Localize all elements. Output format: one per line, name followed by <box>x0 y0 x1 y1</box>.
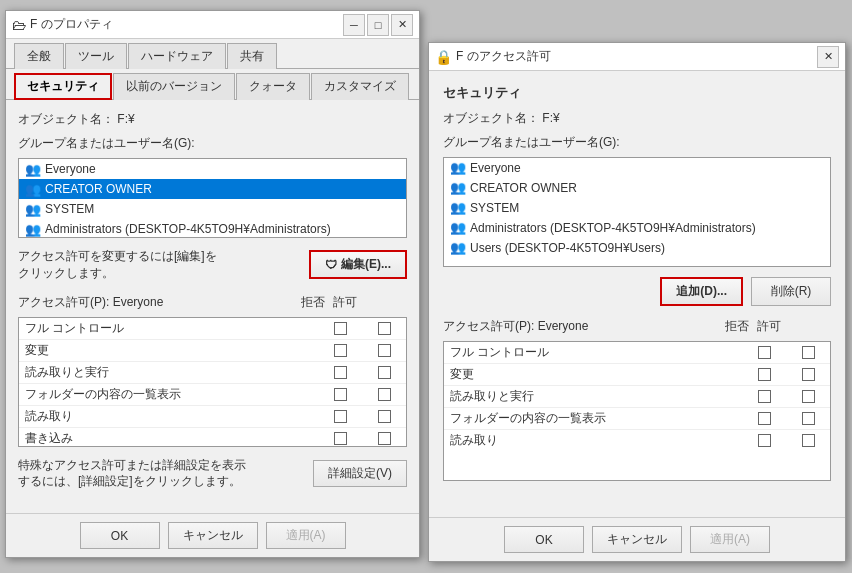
edit-button[interactable]: 🛡 編集(E)... <box>309 250 407 279</box>
access-perm-allow-header: 許可 <box>757 318 781 335</box>
access-checkbox-listfolder-allow[interactable] <box>758 412 771 425</box>
checkbox-modify-deny[interactable] <box>378 344 391 357</box>
access-perm-check-readexec-allow <box>742 390 786 403</box>
properties-bottom-buttons: OK キャンセル 適用(A) <box>6 513 419 557</box>
access-title-text: F のアクセス許可 <box>456 48 551 65</box>
user-icon-admins: 👥 <box>25 221 41 237</box>
access-perm-name-read: 読み取り <box>444 430 742 451</box>
list-item[interactable]: 👥 Administrators (DESKTOP-4K5TO9H¥Admini… <box>19 219 406 238</box>
tab-tools[interactable]: ツール <box>65 43 127 69</box>
access-perm-row-read: 読み取り <box>444 430 830 451</box>
access-user-listbox[interactable]: 👥 Everyone 👥 CREATOR OWNER 👥 SYSTEM 👥 Ad… <box>443 157 831 267</box>
user-icon-creator2: 👥 <box>450 180 466 196</box>
perm-check-readexec-deny <box>362 366 406 379</box>
add-button-label: 追加(D)... <box>676 283 727 300</box>
list-item[interactable]: 👥 Users (DESKTOP-4K5TO9H¥Users) <box>444 238 830 258</box>
tab-general[interactable]: 全般 <box>14 43 64 69</box>
access-content: セキュリティ オブジェクト名： F:¥ グループ名またはユーザー名(G): 👥 … <box>429 71 845 517</box>
perm-row-readexec: 読み取りと実行 <box>19 362 406 384</box>
checkbox-full-deny[interactable] <box>378 322 391 335</box>
user-name-creator: CREATOR OWNER <box>45 182 152 196</box>
apply-button[interactable]: 適用(A) <box>266 522 346 549</box>
perm-check-read-deny <box>362 410 406 423</box>
checkbox-read-allow[interactable] <box>334 410 347 423</box>
access-close-button[interactable]: ✕ <box>817 46 839 68</box>
access-ok-button[interactable]: OK <box>504 526 584 553</box>
list-item[interactable]: 👥 Administrators (DESKTOP-4K5TO9H¥Admini… <box>444 218 830 238</box>
user-listbox[interactable]: 👥 Everyone 👥 CREATOR OWNER 👥 SYSTEM 👥 Ad… <box>18 158 407 238</box>
access-perm-check-modify-deny <box>786 368 830 381</box>
maximize-button[interactable]: □ <box>367 14 389 36</box>
access-checkbox-readexec-deny[interactable] <box>802 390 815 403</box>
checkbox-modify-allow[interactable] <box>334 344 347 357</box>
access-checkbox-read-allow[interactable] <box>758 434 771 447</box>
checkbox-listfolder-allow[interactable] <box>334 388 347 401</box>
checkbox-readexec-allow[interactable] <box>334 366 347 379</box>
list-item[interactable]: 👥 Everyone <box>444 158 830 178</box>
access-checkbox-modify-deny[interactable] <box>802 368 815 381</box>
user-icon-system: 👥 <box>25 201 41 217</box>
tab-hardware[interactable]: ハードウェア <box>128 43 226 69</box>
access-perm-label: アクセス許可(P): Everyone 許可 拒否 <box>443 318 831 335</box>
access-perm-row-listfolder: フォルダーの内容の一覧表示 <box>444 408 830 430</box>
cancel-button[interactable]: キャンセル <box>168 522 258 549</box>
list-item[interactable]: 👥 CREATOR OWNER <box>444 178 830 198</box>
checkbox-readexec-deny[interactable] <box>378 366 391 379</box>
checkbox-read-deny[interactable] <box>378 410 391 423</box>
perm-row-modify: 変更 <box>19 340 406 362</box>
user-icon-creator: 👥 <box>25 181 41 197</box>
list-item[interactable]: 👥 CREATOR OWNER <box>19 179 406 199</box>
remove-button[interactable]: 削除(R) <box>751 277 831 306</box>
list-item[interactable]: 👥 SYSTEM <box>19 199 406 219</box>
access-apply-button[interactable]: 適用(A) <box>690 526 770 553</box>
detail-button[interactable]: 詳細設定(V) <box>313 460 407 487</box>
perm-check-readexec-allow <box>318 366 362 379</box>
perm-deny-header: 拒否 <box>301 294 325 311</box>
detail-row: 特殊なアクセス許可または詳細設定を表示するには、[詳細設定]をクリックします。 … <box>18 457 407 491</box>
access-checkbox-full-allow[interactable] <box>758 346 771 359</box>
access-permissions-table[interactable]: フル コントロール 変更 読み取りと実行 フォルダーの内容の一覧表示 読み取り <box>443 341 831 481</box>
perm-row-listfolder: フォルダーの内容の一覧表示 <box>19 384 406 406</box>
checkbox-write-deny[interactable] <box>378 432 391 445</box>
checkbox-listfolder-deny[interactable] <box>378 388 391 401</box>
access-bottom-buttons: OK キャンセル 適用(A) <box>429 517 845 561</box>
perm-name-write: 書き込み <box>19 428 318 447</box>
minimize-button[interactable]: ─ <box>343 14 365 36</box>
access-checkbox-read-deny[interactable] <box>802 434 815 447</box>
tab-sharing[interactable]: 共有 <box>227 43 277 69</box>
list-item[interactable]: 👥 Everyone <box>19 159 406 179</box>
permissions-table[interactable]: フル コントロール 変更 読み取りと実行 フォルダーの内容の一覧表示 読み取り <box>18 317 407 447</box>
perm-name-listfolder: フォルダーの内容の一覧表示 <box>19 384 318 405</box>
access-titlebar: 🔒 F のアクセス許可 ✕ <box>429 43 845 71</box>
access-perm-check-modify-allow <box>742 368 786 381</box>
ok-button[interactable]: OK <box>80 522 160 549</box>
checkbox-full-allow[interactable] <box>334 322 347 335</box>
add-button[interactable]: 追加(D)... <box>660 277 743 306</box>
detail-description: 特殊なアクセス許可または詳細設定を表示するには、[詳細設定]をクリックします。 <box>18 457 248 491</box>
user-name-everyone: Everyone <box>45 162 96 176</box>
access-checkbox-modify-allow[interactable] <box>758 368 771 381</box>
close-button[interactable]: ✕ <box>391 14 413 36</box>
tab-quota[interactable]: クォータ <box>236 73 310 100</box>
user-name-admins: Administrators (DESKTOP-4K5TO9H¥Administ… <box>45 222 331 236</box>
user-name-users: Users (DESKTOP-4K5TO9H¥Users) <box>470 241 665 255</box>
tab-previous[interactable]: 以前のバージョン <box>113 73 235 100</box>
list-item[interactable]: 👥 SYSTEM <box>444 198 830 218</box>
access-perm-name-readexec: 読み取りと実行 <box>444 386 742 407</box>
folder-icon2: 🔒 <box>435 49 452 65</box>
access-checkbox-readexec-allow[interactable] <box>758 390 771 403</box>
titlebar-controls: ─ □ ✕ <box>343 14 413 36</box>
checkbox-write-allow[interactable] <box>334 432 347 445</box>
access-perm-check-readexec-deny <box>786 390 830 403</box>
tab-customize[interactable]: カスタマイズ <box>311 73 409 100</box>
access-checkbox-listfolder-deny[interactable] <box>802 412 815 425</box>
user-icon-everyone2: 👥 <box>450 160 466 176</box>
perm-row-read: 読み取り <box>19 406 406 428</box>
access-cancel-button[interactable]: キャンセル <box>592 526 682 553</box>
user-icon-users: 👥 <box>450 240 466 256</box>
tab-security[interactable]: セキュリティ <box>14 73 112 100</box>
user-icon-system2: 👥 <box>450 200 466 216</box>
access-checkbox-full-deny[interactable] <box>802 346 815 359</box>
properties-content: オブジェクト名： F:¥ グループ名またはユーザー名(G): 👥 Everyon… <box>6 100 419 513</box>
perm-check-full-deny <box>362 322 406 335</box>
